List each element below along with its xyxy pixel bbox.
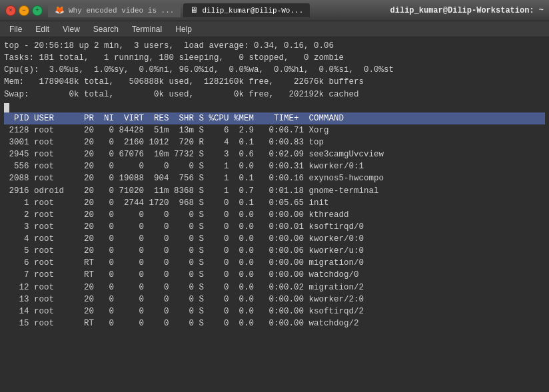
table-row: 2916 odroid 20 0 71020 11m 8368 S 1 0.7 … bbox=[4, 185, 545, 197]
menu-bar: File Edit View Search Terminal Help bbox=[0, 21, 549, 37]
table-row: 4 root 20 0 0 0 0 S 0 0.0 0:00.00 kworke… bbox=[4, 233, 545, 245]
terminal-icon: 🖥 bbox=[190, 5, 198, 15]
tab-terminal-label: dilip_kumar@Dilip-Wo... bbox=[202, 7, 303, 15]
close-button[interactable]: × bbox=[5, 5, 16, 16]
table-row: 556 root 20 0 0 0 0 S 1 0.0 0:00.31 kwor… bbox=[4, 160, 545, 172]
menu-edit[interactable]: Edit bbox=[30, 23, 55, 35]
menu-terminal[interactable]: Terminal bbox=[127, 23, 167, 35]
table-row: 3001 root 20 0 2160 1012 720 R 4 0.1 0:0… bbox=[4, 136, 545, 148]
stat-line: Cpu(s): 3.0%us, 1.0%sy, 0.0%ni, 96.0%id,… bbox=[4, 64, 545, 76]
tab-terminal[interactable]: 🖥 dilip_kumar@Dilip-Wo... bbox=[183, 3, 310, 17]
stat-line: Mem: 1789048k total, 506888k used, 12821… bbox=[4, 76, 545, 88]
table-row: 1 root 20 0 2744 1720 968 S 0 0.1 0:05.6… bbox=[4, 197, 545, 209]
table-row: 2088 root 20 0 19088 904 756 S 1 0.1 0:0… bbox=[4, 172, 545, 184]
window-controls: × − + bbox=[5, 5, 43, 16]
minimize-button[interactable]: − bbox=[19, 5, 29, 16]
menu-view[interactable]: View bbox=[57, 23, 85, 35]
table-row: 12 root 20 0 0 0 0 S 0 0.0 0:00.02 migra… bbox=[4, 282, 545, 294]
table-row: 5 root 20 0 0 0 0 S 0 0.0 0:00.06 kworke… bbox=[4, 245, 545, 257]
stat-line: Tasks: 181 total, 1 running, 180 sleepin… bbox=[4, 52, 545, 64]
menu-help[interactable]: Help bbox=[170, 23, 197, 35]
stat-line: top - 20:56:18 up 2 min, 3 users, load a… bbox=[4, 40, 545, 52]
table-row: 15 root RT 0 0 0 0 S 0 0.0 0:00.00 watch… bbox=[4, 317, 545, 329]
table-row: 7 root RT 0 0 0 0 S 0 0.0 0:00.00 watchd… bbox=[4, 269, 545, 281]
tab-browser-label: Why encoded video is ... bbox=[69, 7, 174, 15]
maximize-button[interactable]: + bbox=[32, 5, 43, 16]
title-bar: × − + 🦊 Why encoded video is ... 🖥 dilip… bbox=[0, 0, 549, 21]
tab-browser[interactable]: 🦊 Why encoded video is ... bbox=[48, 3, 181, 17]
cursor-line bbox=[4, 100, 545, 112]
menu-file[interactable]: File bbox=[4, 23, 27, 35]
table-row: 6 root RT 0 0 0 0 S 0 0.0 0:00.00 migrat… bbox=[4, 257, 545, 269]
tab-area: 🦊 Why encoded video is ... 🖥 dilip_kumar… bbox=[48, 3, 385, 17]
table-row: 3 root 20 0 0 0 0 S 0 0.0 0:00.01 ksofti… bbox=[4, 221, 545, 233]
table-row: 2128 root 20 0 84428 51m 13m S 6 2.9 0:0… bbox=[4, 124, 545, 136]
process-header: PID USER PR NI VIRT RES SHR S %CPU %MEM … bbox=[4, 112, 545, 124]
table-row: 2945 root 20 0 67076 10m 7732 S 3 0.6 0:… bbox=[4, 148, 545, 160]
top-stats: top - 20:56:18 up 2 min, 3 users, load a… bbox=[4, 40, 545, 100]
table-row: 14 root 20 0 0 0 0 S 0 0.0 0:00.00 ksoft… bbox=[4, 305, 545, 317]
firefox-icon: 🦊 bbox=[55, 5, 65, 15]
table-row: 2 root 20 0 0 0 0 S 0 0.0 0:00.00 kthrea… bbox=[4, 209, 545, 221]
menu-search[interactable]: Search bbox=[88, 23, 124, 35]
stat-line: Swap: 0k total, 0k used, 0k free, 202192… bbox=[4, 89, 545, 100]
terminal-output: top - 20:56:18 up 2 min, 3 users, load a… bbox=[0, 37, 549, 392]
window-title: dilip_kumar@Dilip-Workstation: ~ bbox=[390, 6, 544, 15]
table-row: 13 root 20 0 0 0 0 S 0 0.0 0:00.00 kwork… bbox=[4, 294, 545, 305]
process-list: 2128 root 20 0 84428 51m 13m S 6 2.9 0:0… bbox=[4, 124, 545, 329]
